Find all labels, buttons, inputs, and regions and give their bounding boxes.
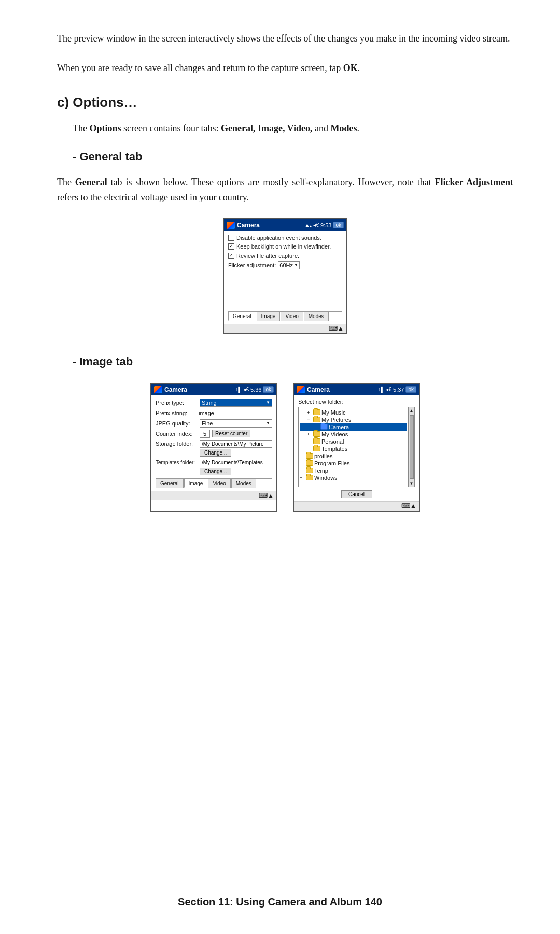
scrollbar-thumb[interactable] [410,415,414,479]
time-display-img1: 5:36 [250,387,261,393]
scrollbar-down-icon[interactable]: ▼ [410,480,414,487]
tree-item-mymusic[interactable]: + My Music [300,409,407,416]
win-titlebar-img1: Camera ↑▌ ◂€ 5:36 ok [151,384,276,395]
flicker-dropdown[interactable]: 60Hz ▼ [278,261,300,269]
checkbox-1[interactable] [228,235,234,241]
expand-mymusic: + [307,410,313,415]
tab-video[interactable]: Video [281,312,303,321]
change-storage-button[interactable]: Change... [200,449,231,457]
keyboard-icon-img2[interactable]: ⌨▲ [401,502,416,510]
folder-tree[interactable]: + My Music − My Pictures [298,407,415,487]
tab-video-img1[interactable]: Video [208,479,230,488]
select-folder-label: Select new folder: [298,399,415,405]
screen-title-img1: Camera [164,386,187,393]
win-bottombar: ⌨▲ [224,324,346,333]
jpeg-quality-label: JPEG quality: [156,420,200,427]
expand-mypictures: − [307,417,313,422]
storage-folder-input[interactable] [200,440,272,448]
counter-index-row: Counter index: Reset counter [156,430,272,438]
signal-icon-img1: ↑▌ [235,387,242,392]
storage-folder-row: Storage folder: [156,440,272,448]
dropdown-arrow-pt: ▼ [266,400,270,405]
titlebar-right: ▲₁ ◂€ 9:53 ok [305,222,344,228]
templates-folder-label: Templates folder: [156,460,200,465]
time-display-img2: 5:37 [393,387,404,393]
tab-general[interactable]: General [228,312,256,321]
reset-counter-button[interactable]: Reset counter [212,430,250,437]
tree-item-windows[interactable]: + Windows [300,474,407,482]
win-bottombar-img1: ⌨▲ [151,491,276,500]
tab-general-img1[interactable]: General [156,479,184,488]
tree-item-profiles[interactable]: + profiles [300,452,407,460]
intro-paragraph-2: When you are ready to save all changes a… [57,61,513,76]
general-screenshot-container: Camera ▲₁ ◂€ 9:53 ok Disable application… [57,218,513,334]
tree-item-myvideos[interactable]: + My Videos [300,431,407,438]
image-tab-heading: - Image tab [73,355,513,368]
folder-profiles-icon [306,453,313,459]
signal-icon: ▲₁ [305,222,312,228]
checkbox-row-2: Keep backlight on while in viewfinder. [228,243,342,250]
tree-scrollbar[interactable]: ▲ ▼ [408,407,414,487]
jpeg-quality-dropdown[interactable]: Fine ▼ [200,419,272,428]
tree-item-personal[interactable]: Personal [300,438,407,445]
counter-index-label: Counter index: [156,431,200,437]
screen-title: Camera [237,222,260,229]
folder-camera-icon [320,424,328,430]
win-body-img2: Select new folder: + My Music [294,395,419,501]
prefix-type-dropdown[interactable]: String ▼ [200,399,272,407]
body-spacer [228,271,342,307]
folder-mypictures-icon [313,417,320,422]
general-screen: Camera ▲₁ ◂€ 9:53 ok Disable application… [223,218,347,334]
folder-myvideos-icon [313,431,320,437]
win-tabs-general: General Image Video Modes [228,311,342,321]
jpeg-quality-row: JPEG quality: Fine ▼ [156,419,272,428]
win-body-img1: Prefix type: String ▼ Prefix string: JPE… [151,395,276,491]
tree-item-camera[interactable]: Camera [300,423,407,431]
cancel-button[interactable]: Cancel [341,490,372,498]
win-titlebar: Camera ▲₁ ◂€ 9:53 ok [224,219,346,231]
checkbox-row-3: Review file after capture. [228,252,342,259]
checkbox-2[interactable] [228,243,234,250]
ok-button-img1[interactable]: ok [263,386,274,393]
page-content: The preview window in the screen interac… [0,0,560,579]
prefix-string-row: Prefix string: [156,409,272,417]
ok-button-img2[interactable]: ok [405,386,416,393]
tab-image[interactable]: Image [257,312,281,321]
section-c-heading: c) Options… [57,94,513,111]
camera-icon-img2 [297,386,305,393]
tab-modes-img1[interactable]: Modes [231,479,256,488]
keyboard-icon-img1[interactable]: ⌨▲ [259,492,274,499]
tab-image-img1[interactable]: Image [184,479,208,488]
folder-personal-icon [313,438,320,444]
screen-title-img2: Camera [307,386,330,393]
scrollbar-up-icon[interactable]: ▲ [410,407,414,414]
tree-item-templates[interactable]: Templates [300,445,407,452]
expand-windows: + [300,475,306,480]
folder-templates-icon [313,446,320,451]
win-titlebar-img2: Camera ↑▌ ◂€ 5:37 ok [294,384,419,395]
tree-item-programfiles[interactable]: + Program Files [300,460,407,467]
win-bottombar-img2: ⌨▲ [294,501,419,511]
prefix-string-input[interactable] [197,409,272,417]
tree-content: + My Music − My Pictures [299,407,414,483]
dropdown-arrow-jq: ▼ [266,421,270,425]
keyboard-icon[interactable]: ⌨▲ [329,325,344,332]
tree-item-mypictures[interactable]: − My Pictures [300,416,407,423]
tab-modes[interactable]: Modes [304,312,329,321]
folder-mymusic-icon [313,409,320,415]
prefix-string-label: Prefix string: [156,410,197,416]
templates-folder-input[interactable] [200,459,272,466]
tree-item-temp[interactable]: Temp [300,467,407,474]
counter-index-input[interactable] [200,430,210,438]
checkbox-3[interactable] [228,253,234,259]
ok-button[interactable]: ok [333,222,344,228]
image-screen-2: Camera ↑▌ ◂€ 5:37 ok Select new folder: [293,383,420,512]
change-templates-button[interactable]: Change... [200,468,231,475]
titlebar-left-img2: Camera [297,386,330,393]
titlebar-left: Camera [227,222,260,229]
page-footer: Section 11: Using Camera and Album 140 [0,896,560,908]
options-description: The Options screen contains four tabs: G… [73,121,513,136]
image-screenshots-container: Camera ↑▌ ◂€ 5:36 ok Prefix type: String… [57,383,513,512]
flicker-label: Flicker adjustment: [228,262,276,268]
folder-temp-icon [306,468,313,473]
